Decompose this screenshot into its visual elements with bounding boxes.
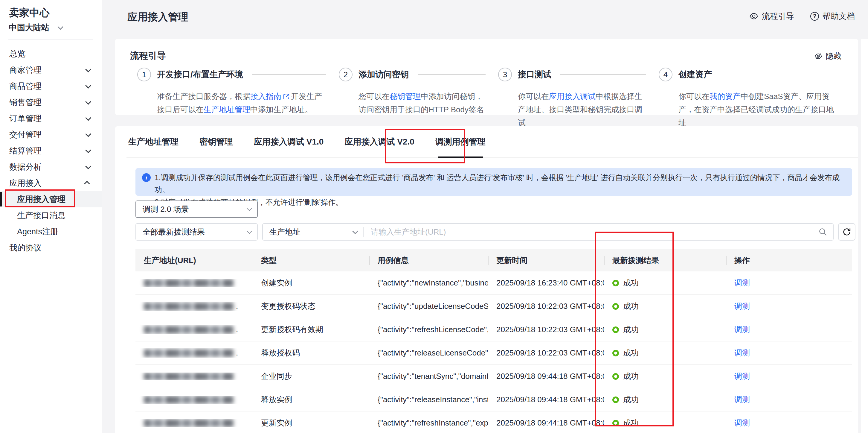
secret-key-mgmt-link[interactable]: 秘钥管理 xyxy=(390,92,421,101)
cell-production-url xyxy=(135,419,253,427)
refresh-button[interactable] xyxy=(838,223,856,240)
status-text: 成功 xyxy=(623,324,639,335)
guide-steps: 1 开发接口/布置生产环境 准备生产接口服务器，根据接入指南开发生产接口后可以在… xyxy=(137,67,849,129)
cell-latest-dial-result: 成功 xyxy=(604,418,726,428)
main-panel: 生产地址管理密钥管理应用接入调试 V1.0应用接入调试 V2.0调测用例管理 i… xyxy=(115,126,858,433)
sidebar-item[interactable]: Agents注册 xyxy=(0,224,102,240)
masked-url-suffix: . xyxy=(236,348,238,357)
step-number-badge: 1 xyxy=(137,68,151,81)
scene-select[interactable]: 调测 2.0 场景 xyxy=(135,201,258,218)
chevron-down-icon xyxy=(85,131,91,137)
sidebar-item[interactable]: 总览 xyxy=(0,46,102,62)
debug-action-link[interactable]: 调测 xyxy=(734,278,750,287)
sidebar-item-label: 交付管理 xyxy=(9,129,41,140)
cell-production-url: . xyxy=(135,348,253,357)
success-ring-icon xyxy=(612,350,619,356)
cell-type: 释放实例 xyxy=(253,395,369,405)
sidebar-item[interactable]: 应用接入管理 xyxy=(0,191,102,207)
guide-step-3: 3 接口测试 你可以在应用接入调试中根据选择生产地址、接口类型和秘钥完成接口调试 xyxy=(498,67,659,129)
step-number-badge: 2 xyxy=(339,68,352,81)
sidebar-item[interactable]: 应用接入 xyxy=(0,175,102,191)
tab-3[interactable]: 应用接入调试 V1.0 xyxy=(252,126,325,157)
sidebar-item[interactable]: 交付管理 xyxy=(0,126,102,143)
tab-bar: 生产地址管理密钥管理应用接入调试 V1.0应用接入调试 V2.0调测用例管理 xyxy=(126,126,858,158)
info-icon: i xyxy=(142,173,151,182)
hide-guide-button[interactable]: 隐藏 xyxy=(814,51,841,61)
help-doc-link[interactable]: ? 帮助文档 xyxy=(810,11,855,22)
step-title: 添加访问密钥 xyxy=(359,69,409,80)
debug-action-link[interactable]: 调测 xyxy=(734,372,750,381)
debug-action-link[interactable]: 调测 xyxy=(734,325,750,334)
cell-production-url xyxy=(135,279,253,287)
cell-type: 变更授权码状态 xyxy=(253,301,369,312)
table-row: .更新授权码有效期{"activity":"refreshLicenseCode… xyxy=(135,318,852,341)
sidebar-item[interactable]: 订单管理 xyxy=(0,110,102,126)
cell-case-info: {"activity":"newInstance","busine... xyxy=(369,278,488,288)
sidebar-item[interactable]: 数据分析 xyxy=(0,159,102,175)
success-ring-icon xyxy=(612,326,619,333)
tab-4[interactable]: 应用接入调试 V2.0 xyxy=(343,126,416,157)
tab-5[interactable]: 调测用例管理 xyxy=(434,126,487,157)
table-header-row: 生产地址(URL)类型用例信息更新时间最新拨测结果操作 xyxy=(135,249,852,271)
chevron-down-icon xyxy=(85,147,91,153)
chevron-down-icon xyxy=(247,206,252,211)
chevron-down-icon xyxy=(85,66,91,73)
table-body: 创建实例{"activity":"newInstance","busine...… xyxy=(135,271,852,433)
step-connector xyxy=(560,74,646,75)
tab-2[interactable]: 密钥管理 xyxy=(198,126,235,157)
guide-panel-title: 流程引导 xyxy=(130,50,166,62)
success-ring-icon xyxy=(612,397,619,403)
cell-latest-dial-result: 成功 xyxy=(604,324,726,335)
cell-case-info: {"activity":"releaseInstance","inst... xyxy=(369,395,488,404)
eye-off-icon xyxy=(814,52,822,60)
cell-updated-time: 2025/09/18 10:22:03 GMT+08:00 xyxy=(488,301,604,311)
debug-action-link[interactable]: 调测 xyxy=(734,348,750,357)
sidebar-item-label: 生产接口消息 xyxy=(17,210,65,221)
sidebar-item[interactable]: 商家管理 xyxy=(0,62,102,78)
cell-case-info: {"activity":"refreshLicenseCode","... xyxy=(369,325,488,334)
cell-case-info: {"activity":"refreshInstance","expi... xyxy=(369,418,488,428)
step-number-badge: 4 xyxy=(659,68,673,81)
column-header: 操作 xyxy=(726,255,852,266)
info-banner: i 1.调测成功并保存的测试用例会在此页面进行管理，该用例会在您正式进行 '商品… xyxy=(135,168,852,196)
region-switcher[interactable]: 中国大陆站 xyxy=(9,22,62,33)
cell-case-info: {"activity":"releaseLicenseCode",... xyxy=(369,348,488,357)
use-case-table: 生产地址(URL)类型用例信息更新时间最新拨测结果操作 创建实例{"activi… xyxy=(135,249,852,433)
status-text: 成功 xyxy=(623,371,639,381)
chevron-down-icon xyxy=(85,163,91,169)
column-header: 更新时间 xyxy=(488,255,604,266)
masked-url-suffix: . xyxy=(236,301,238,311)
table-row: 创建实例{"activity":"newInstance","busine...… xyxy=(135,271,852,295)
app-access-debug-link[interactable]: 应用接入调试 xyxy=(549,92,596,101)
sidebar-item[interactable]: 结算管理 xyxy=(0,143,102,159)
search-input[interactable] xyxy=(364,227,818,237)
sidebar-item-label: 订单管理 xyxy=(9,113,41,124)
table-row: 更新实例{"activity":"refreshInstance","expi.… xyxy=(135,411,852,433)
search-icon[interactable] xyxy=(818,227,828,237)
info-banner-line2: 2.对应已发布成功的商品的用例，不允许进行'删除'操作。 xyxy=(155,196,843,208)
sidebar-item[interactable]: 我的协议 xyxy=(0,240,102,256)
debug-action-link[interactable]: 调测 xyxy=(734,418,750,427)
prod-address-mgmt-link[interactable]: 生产地址管理 xyxy=(204,105,250,114)
my-assets-link[interactable]: 我的资产 xyxy=(710,92,741,101)
column-header: 类型 xyxy=(253,255,369,266)
process-guide-link[interactable]: 流程引导 xyxy=(749,11,794,22)
sidebar-item[interactable]: 商品管理 xyxy=(0,78,102,94)
sidebar-item[interactable]: 生产接口消息 xyxy=(0,207,102,224)
debug-action-link[interactable]: 调测 xyxy=(734,395,750,404)
tab-1[interactable]: 生产地址管理 xyxy=(126,126,180,157)
sidebar-item[interactable]: 销售管理 xyxy=(0,94,102,110)
masked-url xyxy=(144,302,234,310)
status-text: 成功 xyxy=(623,395,639,405)
sidebar-item-label: Agents注册 xyxy=(17,226,58,237)
access-guide-link[interactable]: 接入指南 xyxy=(250,92,281,101)
sidebar-item-label: 总览 xyxy=(9,49,25,59)
table-row: .释放授权码{"activity":"releaseLicenseCode",.… xyxy=(135,341,852,365)
chevron-down-icon xyxy=(57,24,63,30)
latest-result-select[interactable]: 全部最新拨测结果 xyxy=(135,223,258,240)
scrollbar-track[interactable] xyxy=(861,39,868,433)
debug-action-link[interactable]: 调测 xyxy=(734,301,750,311)
masked-url xyxy=(144,373,234,380)
search-field-select[interactable]: 生产地址 xyxy=(263,227,363,237)
process-guide-panel: 流程引导 隐藏 1 开发接口/布置生产环境 准备生产接口服务器，根据接入指南开发… xyxy=(115,39,858,115)
